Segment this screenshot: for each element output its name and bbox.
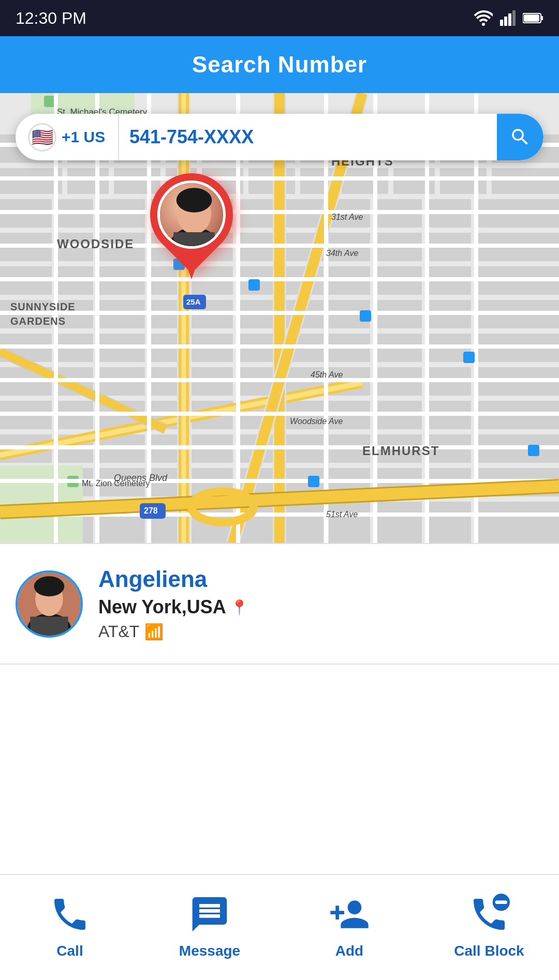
svg-text:31st Ave: 31st Ave xyxy=(331,213,363,221)
bottom-nav: Call Message Add Call Block xyxy=(0,874,559,980)
svg-rect-0 xyxy=(500,20,503,26)
svg-text:SUNNYSIDE: SUNNYSIDE xyxy=(10,301,76,312)
info-panel: Angeliena New York,USA 📍 AT&T 📶 xyxy=(0,543,559,665)
svg-rect-1 xyxy=(504,17,507,26)
svg-rect-3 xyxy=(512,10,516,26)
svg-point-205 xyxy=(176,188,212,213)
signal-icon xyxy=(500,10,516,26)
svg-rect-137 xyxy=(375,502,422,543)
search-button[interactable] xyxy=(497,114,543,160)
status-icons xyxy=(474,10,543,26)
app-bar-title: Search Number xyxy=(192,52,367,78)
svg-rect-29 xyxy=(492,168,559,194)
message-label: Message xyxy=(179,943,240,959)
svg-rect-197 xyxy=(528,445,539,456)
flag-circle: 🇺🇸 xyxy=(28,123,56,152)
svg-rect-211 xyxy=(30,616,68,636)
svg-rect-198 xyxy=(308,476,319,487)
nav-message[interactable]: Message xyxy=(140,891,280,959)
svg-text:34th Ave: 34th Ave xyxy=(326,249,358,258)
contact-carrier: AT&T 📶 xyxy=(98,622,248,641)
search-box: 🇺🇸 +1 US xyxy=(16,114,543,160)
svg-rect-136 xyxy=(329,502,370,543)
call-label: Call xyxy=(56,943,83,959)
call-icon xyxy=(47,891,93,938)
svg-rect-195 xyxy=(360,310,371,322)
contact-avatar xyxy=(16,570,83,638)
svg-rect-24 xyxy=(248,168,295,194)
svg-text:WOODSIDE: WOODSIDE xyxy=(57,237,134,251)
country-code: +1 US xyxy=(62,128,105,146)
add-person-icon xyxy=(326,891,373,938)
status-bar: 12:30 PM xyxy=(0,0,559,36)
contact-location: New York,USA 📍 xyxy=(98,596,248,618)
svg-rect-142 xyxy=(44,96,55,107)
spacer xyxy=(0,665,559,771)
wifi-icon xyxy=(474,10,493,26)
svg-rect-206 xyxy=(173,232,214,246)
svg-text:ELMHURST: ELMHURST xyxy=(362,444,439,458)
country-selector[interactable]: 🇺🇸 +1 US xyxy=(16,114,119,160)
svg-text:278: 278 xyxy=(144,506,158,515)
svg-text:25A: 25A xyxy=(186,297,201,306)
call-block-label: Call Block xyxy=(454,943,524,959)
map-pin xyxy=(150,173,233,279)
call-block-icon xyxy=(466,891,512,938)
svg-text:51st Ave: 51st Ave xyxy=(326,510,358,519)
status-time: 12:30 PM xyxy=(16,9,86,28)
svg-rect-138 xyxy=(427,502,471,543)
svg-rect-5 xyxy=(541,16,543,20)
svg-rect-2 xyxy=(508,13,511,26)
svg-point-210 xyxy=(34,576,65,596)
svg-text:GARDENS: GARDENS xyxy=(10,315,66,327)
svg-text:45th Ave: 45th Ave xyxy=(311,370,343,379)
svg-rect-139 xyxy=(476,502,559,543)
svg-rect-28 xyxy=(440,168,487,194)
carrier-signal-icon: 📶 xyxy=(144,623,164,641)
battery-icon xyxy=(523,12,543,24)
location-pin-icon: 📍 xyxy=(230,599,248,616)
nav-add[interactable]: Add xyxy=(280,891,419,959)
svg-rect-196 xyxy=(463,352,475,363)
search-box-container: 🇺🇸 +1 US xyxy=(16,114,543,160)
phone-input[interactable] xyxy=(119,126,497,148)
svg-rect-194 xyxy=(248,279,260,291)
svg-rect-135 xyxy=(285,502,323,543)
nav-call[interactable]: Call xyxy=(0,891,140,959)
svg-rect-26 xyxy=(342,168,388,194)
add-label: Add xyxy=(335,943,363,959)
app-bar: Search Number xyxy=(0,36,559,93)
message-icon xyxy=(186,891,233,938)
map-area: JACKSON HEIGHTS WOODSIDE SUNNYSIDE GARDE… xyxy=(0,93,559,543)
svg-rect-6 xyxy=(524,14,539,22)
svg-rect-19 xyxy=(0,168,62,194)
svg-text:Woodside Ave: Woodside Ave xyxy=(290,417,343,426)
svg-rect-20 xyxy=(67,168,109,194)
info-details: Angeliena New York,USA 📍 AT&T 📶 xyxy=(98,566,248,641)
nav-call-block[interactable]: Call Block xyxy=(419,891,559,959)
contact-name: Angeliena xyxy=(98,566,248,592)
svg-text:Mt. Zion Cemetery: Mt. Zion Cemetery xyxy=(82,479,150,488)
